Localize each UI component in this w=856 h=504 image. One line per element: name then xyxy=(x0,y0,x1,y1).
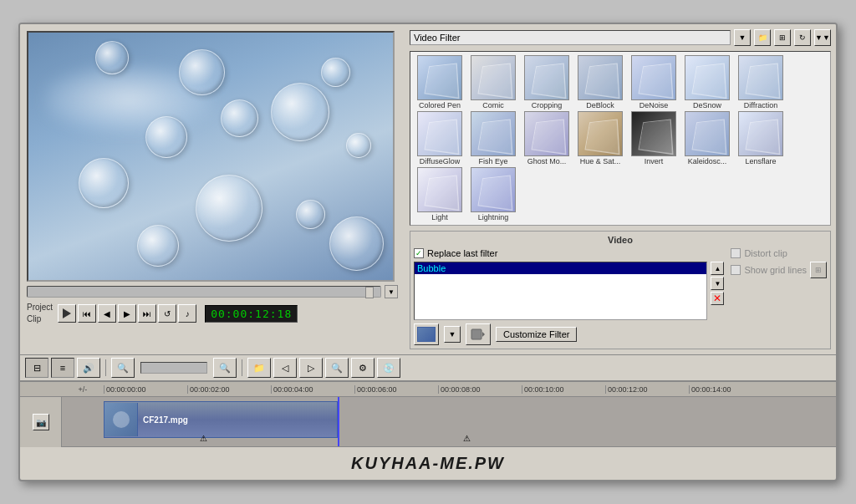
filter-delete-btn[interactable]: ✕ xyxy=(711,292,724,305)
svg-marker-0 xyxy=(63,308,71,318)
goto-start-button[interactable]: ⏮ xyxy=(78,304,96,323)
grid-options-btn[interactable]: ⊞ xyxy=(810,262,827,278)
video-clip[interactable]: CF217.mpg xyxy=(104,401,338,438)
filter-dropdown[interactable]: Video Filter xyxy=(410,30,731,45)
toolbar-btn-folder[interactable]: 📁 xyxy=(247,358,271,378)
label-group: Project Clip xyxy=(27,302,53,325)
seek-dropdown-btn[interactable]: ▼ xyxy=(385,285,398,298)
clip-marker xyxy=(338,397,339,446)
customize-filter-btn[interactable]: Customize Filter xyxy=(496,327,577,342)
distort-clip-checkbox[interactable] xyxy=(731,248,741,258)
filter-scroll-buttons: ▲ ▼ ✕ xyxy=(711,262,724,320)
filter-thumb-kaleidosc xyxy=(685,111,730,156)
filter-item-huesat[interactable]: Hue & Sat... xyxy=(574,111,626,165)
warning-marker-2: ⚠ xyxy=(463,434,471,443)
toolbar-btn-zoom-in-minus[interactable]: 🔍 xyxy=(111,358,135,378)
filter-label-comic: Comic xyxy=(467,101,519,109)
filter-item-kaleidosc[interactable]: Kaleidosc... xyxy=(681,111,733,165)
filter-preview-video-btn[interactable] xyxy=(466,323,491,345)
clip-thumbnail xyxy=(104,403,138,436)
toolbar-btn-effect[interactable]: ⚙ xyxy=(351,358,374,378)
bubble-2 xyxy=(95,41,129,74)
distort-clip-row: Distort clip xyxy=(731,248,827,258)
filter-label-desnow: DeSnow xyxy=(681,101,733,109)
filter-item-fisheye[interactable]: Fish Eye xyxy=(467,111,519,165)
filter-thumb-diffraction xyxy=(738,55,783,100)
bubble-7 xyxy=(79,158,129,208)
toolbar-btn-search[interactable]: 🔍 xyxy=(325,358,349,378)
zoom-slider[interactable] xyxy=(140,362,207,374)
filter-refresh-btn[interactable]: ↻ xyxy=(794,29,811,46)
filter-item-deblock[interactable]: DeBlock xyxy=(574,55,626,109)
filter-item-ghostmo[interactable]: Ghost Mo... xyxy=(521,111,573,165)
filter-item-lightning[interactable]: Lightning xyxy=(467,167,519,221)
show-grid-checkbox[interactable] xyxy=(731,265,741,275)
filter-item-light[interactable]: Light xyxy=(414,167,466,221)
volume-button[interactable]: ♪ xyxy=(178,304,196,323)
seek-slider[interactable] xyxy=(27,286,381,298)
bubble-8 xyxy=(196,175,262,242)
filter-item-diffraction[interactable]: Diffraction xyxy=(735,55,787,109)
replace-filter-row: ✓ Replace last filter xyxy=(414,248,724,258)
track-icon-camera[interactable]: 📷 xyxy=(33,414,49,430)
prev-frame-button[interactable]: ◀ xyxy=(98,304,116,323)
filter-dropdown-arrow[interactable]: ▼ xyxy=(734,29,751,46)
filter-list-item-bubble[interactable]: Bubble xyxy=(415,262,706,274)
filter-scroll-up[interactable]: ▲ xyxy=(711,262,724,275)
seek-bar-area: ▼ xyxy=(27,285,398,298)
seek-thumb[interactable] xyxy=(365,287,374,298)
filter-label-huesat: Hue & Sat... xyxy=(574,157,626,165)
toolbar-btn-next-clip[interactable]: ▷ xyxy=(299,358,323,378)
filter-grid-btn[interactable]: ⊞ xyxy=(774,29,791,46)
controls-row: Project Clip ⏮ ◀ ▶ ⏭ ↺ ♪ 00:00:12:18 xyxy=(27,302,398,325)
bubble-9 xyxy=(296,200,325,229)
filter-item-lensflare[interactable]: Lensflare xyxy=(735,111,787,165)
filter-label-colored-pen: Colored Pen xyxy=(414,101,466,109)
bubble-4 xyxy=(321,58,350,87)
toolbar-btn-audio[interactable]: 🔊 xyxy=(77,358,100,378)
show-grid-row: Show grid lines ⊞ xyxy=(731,262,827,278)
goto-end-button[interactable]: ⏭ xyxy=(138,304,156,323)
toolbar-btn-storyboard[interactable]: ⊟ xyxy=(25,358,48,378)
filter-preview-dropdown[interactable]: ▼ xyxy=(444,326,461,343)
ruler-plus-minus: +/- xyxy=(79,385,88,394)
play-button[interactable] xyxy=(58,304,76,323)
filter-item-colored-pen[interactable]: Colored Pen xyxy=(414,55,466,109)
filter-thumb-deblock xyxy=(578,55,623,100)
filter-thumb-cropping xyxy=(524,55,569,100)
filter-scroll-down[interactable]: ▼ xyxy=(711,277,724,290)
loop-button[interactable]: ↺ xyxy=(158,304,176,323)
filter-thumb-ghostmo xyxy=(524,111,569,156)
filter-item-comic[interactable]: Comic xyxy=(467,55,519,109)
ruler-mark: 00:00:10:00 xyxy=(522,385,605,394)
replace-filter-checkbox[interactable]: ✓ xyxy=(414,248,424,258)
filter-folder-btn[interactable]: 📁 xyxy=(754,29,771,46)
filter-thumb-diffuseglow xyxy=(417,111,462,156)
filter-header: Video Filter ▼ 📁 ⊞ ↻ ▼▼ xyxy=(410,29,831,46)
filter-thumb-comic xyxy=(471,55,516,100)
filter-item-denoise[interactable]: DeNoise xyxy=(628,55,680,109)
filter-thumb-desnow xyxy=(685,55,730,100)
filter-item-desnow[interactable]: DeSnow xyxy=(681,55,733,109)
filter-label-fisheye: Fish Eye xyxy=(467,157,519,165)
right-options: Distort clip Show grid lines ⊞ xyxy=(731,248,827,320)
bubble-1 xyxy=(179,49,225,95)
bubble-5 xyxy=(145,116,187,158)
filter-more-btn[interactable]: ▼▼ xyxy=(814,29,831,46)
bubble-12 xyxy=(329,216,384,271)
toolbar-btn-timeline[interactable]: ≡ xyxy=(51,358,74,378)
filter-item-cropping[interactable]: Cropping xyxy=(521,55,573,109)
timeline-tracks: 📷 CF217.mpg ⚠ ⚠ xyxy=(20,397,836,447)
toolbar-btn-export[interactable]: 💿 xyxy=(377,358,400,378)
toolbar-btn-prev-clip[interactable]: ◁ xyxy=(273,358,297,378)
toolbar-btn-zoom-in-plus[interactable]: 🔍 xyxy=(213,358,237,378)
watermark: KUYHAA-ME.PW xyxy=(20,447,836,480)
applied-filters-list[interactable]: Bubble xyxy=(414,262,707,320)
filter-preview-btn[interactable] xyxy=(414,323,439,345)
next-frame-button[interactable]: ▶ xyxy=(118,304,136,323)
toolbar-sep-1 xyxy=(105,359,106,376)
filter-item-diffuseglow[interactable]: DiffuseGlow xyxy=(414,111,466,165)
filter-label-lightning: Lightning xyxy=(467,213,519,221)
filter-item-invert[interactable]: Invert xyxy=(628,111,680,165)
track-content[interactable]: CF217.mpg ⚠ ⚠ xyxy=(62,397,836,447)
